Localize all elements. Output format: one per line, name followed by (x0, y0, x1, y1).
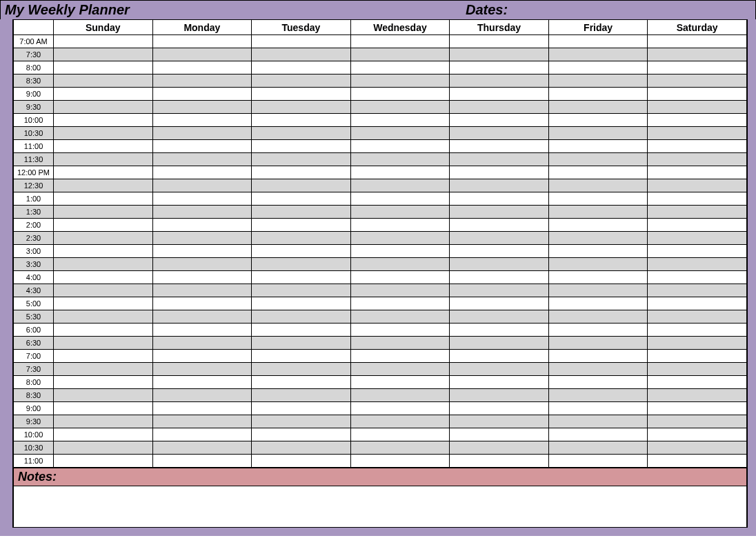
schedule-cell[interactable] (648, 284, 747, 297)
schedule-cell[interactable] (54, 232, 153, 245)
schedule-cell[interactable] (54, 428, 153, 441)
schedule-cell[interactable] (252, 271, 351, 284)
schedule-cell[interactable] (548, 350, 648, 363)
schedule-cell[interactable] (648, 48, 747, 61)
schedule-cell[interactable] (548, 258, 648, 271)
schedule-cell[interactable] (350, 232, 450, 245)
schedule-cell[interactable] (450, 192, 549, 206)
schedule-cell[interactable] (350, 389, 450, 402)
schedule-cell[interactable] (648, 88, 747, 101)
schedule-cell[interactable] (152, 402, 252, 415)
schedule-cell[interactable] (548, 402, 648, 415)
schedule-cell[interactable] (152, 74, 252, 88)
schedule-cell[interactable] (252, 101, 351, 114)
schedule-cell[interactable] (350, 74, 450, 88)
schedule-cell[interactable] (648, 140, 747, 153)
schedule-cell[interactable] (548, 179, 648, 192)
schedule-cell[interactable] (252, 389, 351, 402)
schedule-cell[interactable] (350, 88, 450, 101)
schedule-cell[interactable] (152, 192, 252, 206)
schedule-cell[interactable] (252, 337, 351, 350)
schedule-cell[interactable] (252, 441, 351, 455)
schedule-cell[interactable] (152, 441, 252, 455)
schedule-cell[interactable] (54, 140, 153, 153)
schedule-cell[interactable] (450, 402, 549, 415)
schedule-cell[interactable] (548, 389, 648, 402)
schedule-cell[interactable] (252, 153, 351, 166)
schedule-cell[interactable] (152, 206, 252, 219)
schedule-cell[interactable] (450, 271, 549, 284)
schedule-cell[interactable] (350, 310, 450, 324)
schedule-cell[interactable] (252, 179, 351, 192)
schedule-cell[interactable] (252, 48, 351, 61)
schedule-cell[interactable] (450, 310, 549, 324)
schedule-cell[interactable] (350, 61, 450, 74)
schedule-cell[interactable] (648, 402, 747, 415)
schedule-cell[interactable] (350, 376, 450, 389)
schedule-cell[interactable] (54, 166, 153, 179)
schedule-cell[interactable] (548, 441, 648, 455)
schedule-cell[interactable] (548, 455, 648, 468)
schedule-cell[interactable] (54, 219, 153, 232)
schedule-cell[interactable] (350, 245, 450, 258)
schedule-cell[interactable] (54, 48, 153, 61)
schedule-cell[interactable] (252, 166, 351, 179)
schedule-cell[interactable] (152, 324, 252, 337)
schedule-cell[interactable] (548, 192, 648, 206)
schedule-cell[interactable] (54, 376, 153, 389)
schedule-cell[interactable] (350, 166, 450, 179)
schedule-cell[interactable] (548, 284, 648, 297)
schedule-cell[interactable] (54, 114, 153, 127)
schedule-cell[interactable] (450, 363, 549, 376)
schedule-cell[interactable] (648, 415, 747, 428)
schedule-cell[interactable] (54, 206, 153, 219)
schedule-cell[interactable] (450, 206, 549, 219)
schedule-cell[interactable] (252, 192, 351, 206)
schedule-cell[interactable] (152, 271, 252, 284)
schedule-cell[interactable] (648, 324, 747, 337)
schedule-cell[interactable] (450, 337, 549, 350)
schedule-cell[interactable] (450, 166, 549, 179)
schedule-cell[interactable] (252, 114, 351, 127)
schedule-cell[interactable] (54, 245, 153, 258)
schedule-cell[interactable] (548, 415, 648, 428)
schedule-cell[interactable] (548, 127, 648, 140)
schedule-cell[interactable] (152, 245, 252, 258)
schedule-cell[interactable] (548, 61, 648, 74)
schedule-cell[interactable] (648, 350, 747, 363)
schedule-cell[interactable] (350, 324, 450, 337)
schedule-cell[interactable] (54, 258, 153, 271)
schedule-cell[interactable] (54, 192, 153, 206)
schedule-cell[interactable] (152, 35, 252, 48)
schedule-cell[interactable] (252, 88, 351, 101)
schedule-cell[interactable] (648, 455, 747, 468)
schedule-cell[interactable] (648, 376, 747, 389)
schedule-cell[interactable] (152, 153, 252, 166)
schedule-cell[interactable] (152, 428, 252, 441)
schedule-cell[interactable] (152, 166, 252, 179)
schedule-cell[interactable] (350, 402, 450, 415)
schedule-cell[interactable] (548, 35, 648, 48)
schedule-cell[interactable] (350, 48, 450, 61)
schedule-cell[interactable] (54, 310, 153, 324)
schedule-cell[interactable] (648, 153, 747, 166)
schedule-cell[interactable] (152, 61, 252, 74)
schedule-cell[interactable] (648, 271, 747, 284)
schedule-cell[interactable] (252, 245, 351, 258)
schedule-cell[interactable] (350, 284, 450, 297)
schedule-cell[interactable] (152, 88, 252, 101)
schedule-cell[interactable] (548, 310, 648, 324)
schedule-cell[interactable] (152, 415, 252, 428)
schedule-cell[interactable] (252, 363, 351, 376)
schedule-cell[interactable] (350, 271, 450, 284)
schedule-cell[interactable] (252, 219, 351, 232)
schedule-cell[interactable] (350, 127, 450, 140)
schedule-cell[interactable] (548, 101, 648, 114)
schedule-cell[interactable] (54, 153, 153, 166)
schedule-cell[interactable] (252, 310, 351, 324)
schedule-cell[interactable] (350, 179, 450, 192)
schedule-cell[interactable] (252, 127, 351, 140)
schedule-cell[interactable] (450, 153, 549, 166)
schedule-cell[interactable] (648, 258, 747, 271)
schedule-cell[interactable] (548, 324, 648, 337)
